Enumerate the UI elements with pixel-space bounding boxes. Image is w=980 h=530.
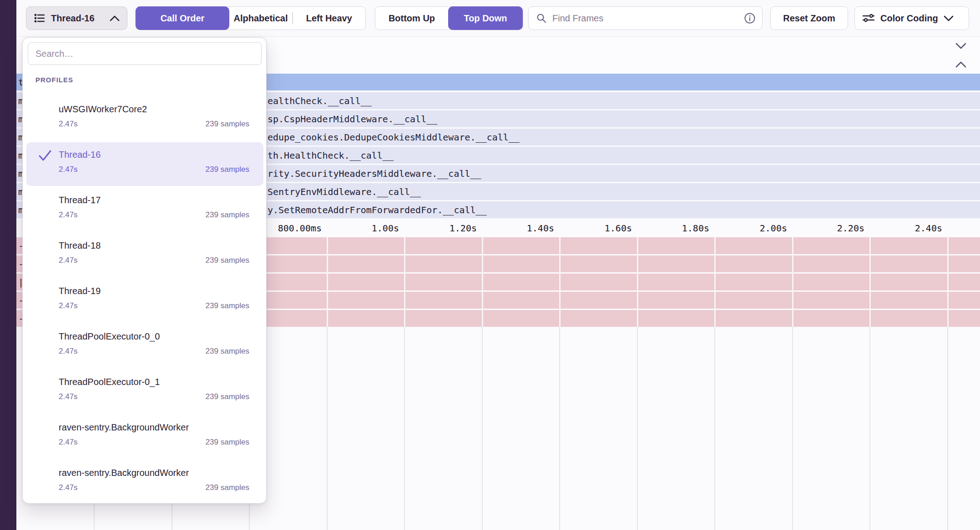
profile-duration: 2.47s xyxy=(59,210,78,220)
collapse-strip-button[interactable] xyxy=(954,41,968,51)
profile-option[interactable]: Thread-19 2.47s239 samples xyxy=(26,279,263,322)
chevron-down-icon xyxy=(944,15,954,21)
frame-label: rity.SecurityHeadersMiddleware.__call__ xyxy=(268,168,481,179)
profile-option[interactable]: Thread-17 2.47s239 samples xyxy=(26,188,263,231)
profile-samples: 239 samples xyxy=(206,210,249,220)
profile-duration: 2.47s xyxy=(59,164,78,175)
find-frames-input[interactable] xyxy=(551,13,739,24)
gridline xyxy=(404,237,405,327)
gridline xyxy=(637,237,638,327)
profile-samples: 239 samples xyxy=(206,482,249,493)
info-icon[interactable] xyxy=(744,12,756,24)
profile-duration: 2.47s xyxy=(59,300,78,311)
frame-label: sp.CspHeaderMiddleware.__call__ xyxy=(268,114,437,125)
profiler-app: Thread-16 Call Order Alphabetical Left H… xyxy=(0,0,980,530)
axis-tick: 800.00ms xyxy=(278,220,322,237)
search-icon xyxy=(536,13,547,24)
sliders-icon xyxy=(862,12,875,24)
axis-tick: 1.40s xyxy=(527,220,554,237)
gridline xyxy=(947,237,949,327)
gridline xyxy=(714,327,715,530)
profile-duration: 2.47s xyxy=(59,482,78,493)
toolbar: Thread-16 Call Order Alphabetical Left H… xyxy=(16,0,980,37)
profile-samples: 239 samples xyxy=(206,119,249,130)
find-frames-box xyxy=(528,6,763,30)
profile-duration: 2.47s xyxy=(59,346,78,357)
chevron-down-icon xyxy=(955,43,966,49)
profile-samples: 239 samples xyxy=(206,255,249,266)
gridline xyxy=(947,327,948,530)
profile-samples: 239 samples xyxy=(206,391,249,402)
axis-tick: 2.00s xyxy=(760,220,787,237)
thread-dropdown-panel: PROFILES uWSGIWorker7Core2 2.47s239 samp… xyxy=(22,37,267,504)
gridline xyxy=(327,237,328,327)
profile-option[interactable]: uWSGIWorker7Core2 2.47s239 samples xyxy=(26,97,263,140)
color-coding-label: Color Coding xyxy=(880,13,938,24)
profile-option-selected[interactable]: Thread-16 2.47s239 samples xyxy=(26,142,263,186)
axis-tick: 1.80s xyxy=(682,220,709,237)
profile-samples: 239 samples xyxy=(206,346,249,357)
profile-duration: 2.47s xyxy=(59,391,78,402)
frame-label: ealthCheck.__call__ xyxy=(268,95,372,106)
tab-top-down[interactable]: Top Down xyxy=(448,6,523,30)
frame-label: y.SetRemoteAddrFromForwardedFor.__call__ xyxy=(268,205,487,215)
profile-samples: 239 samples xyxy=(206,164,249,175)
gridline xyxy=(792,237,793,327)
profile-duration: 2.47s xyxy=(59,437,78,448)
axis-tick: 2.40s xyxy=(915,220,942,237)
gridline xyxy=(482,237,483,327)
profile-duration: 2.47s xyxy=(59,119,78,130)
gridline xyxy=(482,327,483,530)
gridline xyxy=(404,327,405,530)
axis-tick: 2.20s xyxy=(837,220,864,237)
thread-selector-button[interactable]: Thread-16 xyxy=(26,6,127,30)
axis-tick: 1.20s xyxy=(450,220,477,237)
tab-left-heavy[interactable]: Left Heavy xyxy=(293,7,366,29)
order-tabs: Call Order Alphabetical Left Heavy xyxy=(135,6,366,30)
gridline xyxy=(869,327,870,530)
sidebar-strip xyxy=(0,0,16,530)
profile-option[interactable]: Thread-18 2.47s239 samples xyxy=(26,233,263,277)
profile-option[interactable]: raven-sentry.BackgroundWorker 2.47s239 s… xyxy=(26,415,263,459)
profile-option[interactable]: ThreadPoolExecutor-0_1 2.47s239 samples xyxy=(26,370,263,413)
tab-call-order[interactable]: Call Order xyxy=(136,6,229,30)
axis-tick: 1.60s xyxy=(605,220,632,237)
profiles-section-label: PROFILES xyxy=(35,76,73,84)
gridline xyxy=(714,237,716,327)
frame-label: edupe_cookies.DedupeCookiesMiddleware.__… xyxy=(268,132,520,143)
gridline xyxy=(559,237,561,327)
thread-selector-label: Thread-16 xyxy=(51,13,95,24)
frame-label: th.HealthCheck.__call__ xyxy=(268,150,394,161)
check-icon xyxy=(38,150,52,163)
axis-tick: 1.00s xyxy=(372,220,399,237)
color-coding-button[interactable]: Color Coding xyxy=(854,6,969,30)
tab-alphabetical[interactable]: Alphabetical xyxy=(229,7,292,29)
profile-samples: 239 samples xyxy=(206,437,249,448)
profile-duration: 2.47s xyxy=(59,255,78,266)
gridline xyxy=(869,237,871,327)
gridline xyxy=(792,327,793,530)
profile-samples: 239 samples xyxy=(206,300,249,311)
list-icon xyxy=(34,12,45,24)
direction-tabs: Bottom Up Top Down xyxy=(375,6,523,30)
chevron-up-icon xyxy=(955,61,966,68)
expand-strip-button[interactable] xyxy=(954,60,968,70)
gridline xyxy=(637,327,638,530)
profile-option[interactable]: ThreadPoolExecutor-0_0 2.47s239 samples xyxy=(26,324,263,368)
dropdown-search-input[interactable] xyxy=(28,42,262,65)
gridline xyxy=(327,327,328,530)
tab-bottom-up[interactable]: Bottom Up xyxy=(375,7,448,29)
frame-label: SentryEnvMiddleware.__call__ xyxy=(268,186,421,197)
gridline xyxy=(559,327,560,530)
profile-option[interactable]: raven-sentry.BackgroundWorker 2.47s239 s… xyxy=(26,460,263,504)
reset-zoom-button[interactable]: Reset Zoom xyxy=(770,6,848,30)
chevron-up-icon xyxy=(110,15,120,21)
